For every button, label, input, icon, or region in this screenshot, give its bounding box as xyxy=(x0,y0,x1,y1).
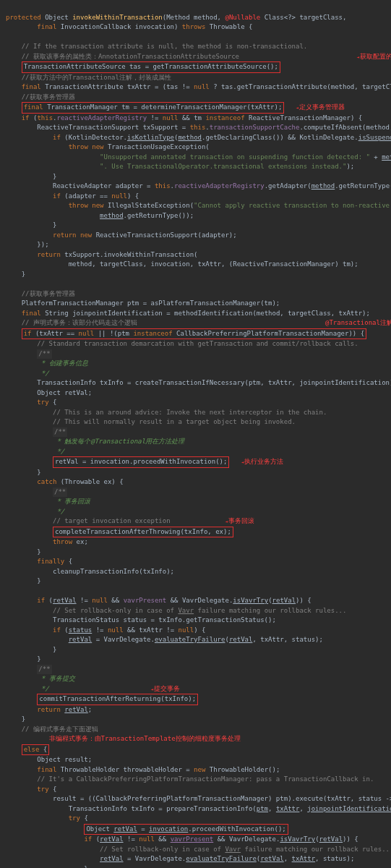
code-line: try { xyxy=(6,814,88,822)
code-line: final TransactionAttribute txAttr = (tas… xyxy=(6,83,391,90)
code-comment: // 编程式事务走下面逻辑 xyxy=(6,726,98,733)
code-line: Object result; xyxy=(6,756,92,763)
code-comment: // 声明式事务：该部分代码走这个逻辑 xyxy=(6,319,137,326)
code-line: result = ((CallbackPreferringPlatformTra… xyxy=(6,795,391,802)
code-line: return retVal; xyxy=(6,706,92,713)
code-line: final InvocationCallback invocation) thr… xyxy=(6,23,252,30)
highlight-box: final TransactionManager tm = determineT… xyxy=(22,102,285,114)
code-line: } xyxy=(6,646,56,653)
code-line: final ThrowableHolder throwableHolder = … xyxy=(6,766,280,773)
annotation-label: 获取配置的事务属性 xyxy=(357,53,391,60)
code-editor[interactable]: protected Object invokeWithinTransaction… xyxy=(0,0,391,868)
code-line: } xyxy=(6,173,56,180)
code-line: return txSupport.invokeWithinTransaction… xyxy=(6,251,198,258)
code-line: } xyxy=(6,469,41,476)
code-line: method, targetClass, invocation, txAttr,… xyxy=(6,260,358,268)
code-line: ReactiveAdapter adapter = this.reactiveA… xyxy=(6,182,391,190)
code-line: } xyxy=(6,548,41,556)
code-comment: // Set rollback-only in case of Vavr fai… xyxy=(6,846,391,853)
code-line: TransactionInfo txInfo = createTransacti… xyxy=(6,379,391,386)
code-line: } xyxy=(6,577,41,584)
code-line: if (retVal != null && vavrPresent && Vav… xyxy=(6,597,311,604)
code-line: if (status != null && txAttr != null) { xyxy=(6,626,205,634)
block-comment: */ xyxy=(53,448,64,455)
code-line: final String joinpointIdentification = m… xyxy=(6,310,370,317)
code-line: try { xyxy=(6,786,56,793)
highlight-box: TransactionAttributeSource tas = getTran… xyxy=(22,61,280,73)
code-comment: //获取方法中的Transactional注解，封装成属性 xyxy=(6,74,171,81)
code-line: if (retVal != null && vavrPresent && Vav… xyxy=(6,835,358,843)
code-line: PlatformTransactionManager ptm = asPlatf… xyxy=(6,299,280,307)
code-line: return new ReactiveTransactionSupport(ad… xyxy=(6,231,237,239)
code-line: catch (Throwable ex) { xyxy=(6,478,124,485)
block-comment: * 创建事务信息 xyxy=(37,359,87,367)
code-line: ". Use TransactionalOperator.transaction… xyxy=(6,163,354,170)
code-line: } xyxy=(6,715,25,723)
code-line: ReactiveTransactionSupport txSupport = t… xyxy=(6,124,391,131)
code-comment: // Standard transaction demarcation with… xyxy=(6,340,358,347)
code-comment: // target invocation exception xyxy=(6,517,171,524)
code-comment: // This is an around advice: Invoke the … xyxy=(6,409,327,416)
annotation-label: 定义事务管理器 xyxy=(296,103,345,111)
code-comment: //获取事务管理器 xyxy=(6,290,75,297)
block-comment: */ xyxy=(37,370,48,377)
block-comment: * 事务回滚 xyxy=(53,498,90,505)
highlight-box: if (txAttr == null || !(ptm instanceof C… xyxy=(22,328,366,340)
code-comment: //获取事务管理器 xyxy=(6,93,75,101)
code-line: if (adapter == null) { xyxy=(6,192,139,200)
highlight-box: else { xyxy=(22,744,50,756)
code-line: retVal = VavrDelegate.evaluateTryFailure… xyxy=(6,855,354,862)
code-line: try { xyxy=(6,399,56,406)
block-comment: /** xyxy=(37,665,51,675)
code-line: TransactionStatus status = txInfo.getTra… xyxy=(6,616,276,624)
block-comment: */ xyxy=(37,685,48,692)
code-line: cleanupTransactionInfo(txInfo); xyxy=(6,568,174,575)
highlight-box: completeTransactionAfterThrowing(txInfo,… xyxy=(53,527,233,538)
code-line: throw new TransactionUsageException( xyxy=(6,143,210,150)
annotation-label: @Transactional注解的事务 xyxy=(325,319,391,326)
block-comment: /** xyxy=(53,488,67,498)
code-line: finally { xyxy=(6,558,72,565)
block-comment: /** xyxy=(37,349,51,359)
code-line: retVal = VavrDelegate.evaluateTryFailure… xyxy=(6,636,323,643)
block-comment: */ xyxy=(53,508,64,515)
block-comment: /** xyxy=(53,427,67,438)
code-line: } xyxy=(6,221,56,229)
code-line: if (this.reactiveAdapterRegistry != null… xyxy=(6,114,362,122)
annotation-label: 提交事务 xyxy=(151,685,181,692)
code-comment: // If the transaction attribute is null,… xyxy=(6,43,307,50)
code-comment: // This will normally result in a target… xyxy=(6,418,296,425)
code-line: } xyxy=(6,655,41,663)
code-line: method.getReturnType()); xyxy=(6,212,194,219)
code-line: throw ex; xyxy=(6,538,88,545)
code-comment: // 获取该事务的属性类：AnnotationTransactionAttrib… xyxy=(6,53,239,60)
code-comment: // It's a CallbackPreferringPlatformTran… xyxy=(6,775,374,783)
highlight-box: commitTransactionAfterReturning(txInfo); xyxy=(37,694,198,705)
code-line: protected Object invokeWithinTransaction… xyxy=(6,14,346,21)
code-comment: // Set rollback-only in case of Vavr fai… xyxy=(6,607,346,614)
code-line: TransactionInfo txInfo = prepareTransact… xyxy=(6,805,391,812)
code-line: } xyxy=(6,865,88,869)
annotation-label: 事务回滚 xyxy=(225,517,254,524)
annotation-label: 非编程式事务：由TransactionTemplate控制的细粒度事务处理 xyxy=(49,735,241,742)
code-line: }); xyxy=(6,241,49,248)
code-line: } xyxy=(6,271,25,278)
highlight-box: retVal = invocation.proceedWithInvocatio… xyxy=(53,456,229,468)
highlight-box: Object retVal = invocation.proceedWithIn… xyxy=(84,824,288,835)
block-comment: * 事务提交 xyxy=(37,675,74,682)
code-line: Object retVal; xyxy=(6,389,92,396)
code-line: if (KotlinDetector.isKotlinType(method.g… xyxy=(6,134,391,141)
block-comment: * 触发每个@Transactional用在方法处理 xyxy=(53,438,184,445)
code-line: "Unsupported annotated transaction on su… xyxy=(6,153,391,161)
code-line: throw new IllegalStateException("Cannot … xyxy=(6,202,391,209)
annotation-label: 执行业务方法 xyxy=(241,458,284,465)
